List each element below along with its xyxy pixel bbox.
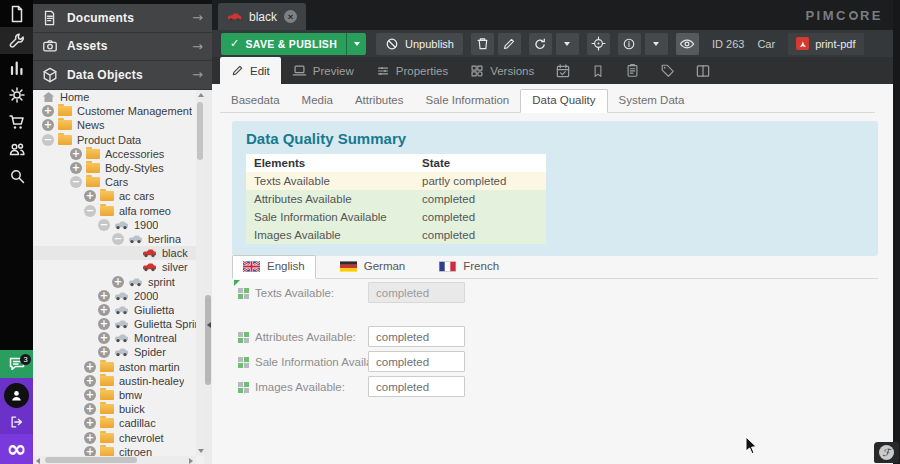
info-button[interactable] bbox=[618, 33, 641, 55]
tree-item-news[interactable]: News bbox=[33, 118, 196, 132]
documents-icon[interactable] bbox=[0, 0, 33, 27]
tab-black[interactable]: black × bbox=[218, 3, 306, 30]
minus-expander-icon[interactable] bbox=[84, 205, 96, 217]
tree-item-product-data[interactable]: Product Data bbox=[33, 133, 196, 147]
tree-item-citroen[interactable]: citroen bbox=[33, 445, 196, 456]
plus-expander-icon[interactable] bbox=[84, 389, 96, 401]
print-pdf-button[interactable]: print-pdf bbox=[788, 33, 863, 55]
open-preview-eye-button[interactable] bbox=[676, 33, 699, 55]
info-dropdown-button[interactable] bbox=[645, 33, 668, 55]
tree-vertical-scrollbar[interactable] bbox=[196, 90, 204, 456]
reload-button[interactable] bbox=[529, 33, 552, 55]
tree-item-body-styles[interactable]: Body-Styles bbox=[33, 161, 196, 175]
scroll-left-arrow-icon[interactable] bbox=[36, 458, 40, 464]
tab-properties[interactable]: Properties bbox=[365, 57, 459, 84]
minus-expander-icon[interactable] bbox=[70, 176, 82, 188]
scroll-up-arrow-icon[interactable] bbox=[198, 93, 204, 97]
expand-arrow-icon[interactable]: → bbox=[192, 67, 203, 82]
ecommerce-cart-icon[interactable] bbox=[0, 108, 33, 135]
tab-reports-clipboard-icon[interactable] bbox=[615, 57, 650, 84]
rename-button[interactable] bbox=[498, 33, 521, 55]
plus-expander-icon[interactable] bbox=[42, 105, 54, 117]
tree-item-2000[interactable]: 2000 bbox=[33, 289, 196, 303]
tree-item-berlina[interactable]: berlina bbox=[33, 232, 196, 246]
tree-item-spider[interactable]: Spider bbox=[33, 345, 196, 359]
tree-item-gulietta-sprint-speci[interactable]: Gulietta Sprint Speci bbox=[33, 317, 196, 331]
tree-item-cadillac[interactable]: cadillac bbox=[33, 416, 196, 430]
tab-preview[interactable]: Preview bbox=[281, 57, 365, 84]
scrollbar-thumb[interactable] bbox=[45, 457, 137, 463]
minus-expander-icon[interactable] bbox=[42, 134, 54, 146]
plus-expander-icon[interactable] bbox=[98, 332, 110, 344]
tree-item-chevrolet[interactable]: chevrolet bbox=[33, 431, 196, 445]
tree-item-ac-cars[interactable]: ac cars bbox=[33, 189, 196, 203]
tree-item-aston-martin[interactable]: aston martin bbox=[33, 360, 196, 374]
language-tab-german[interactable]: German bbox=[330, 256, 416, 278]
tree-item-alfa-romeo[interactable]: alfa romeo bbox=[33, 204, 196, 218]
plus-expander-icon[interactable] bbox=[42, 119, 54, 131]
notifications-chat-icon[interactable]: 3 bbox=[0, 350, 33, 378]
plus-expander-icon[interactable] bbox=[98, 290, 110, 302]
save-dropdown-button[interactable] bbox=[346, 33, 366, 55]
plus-expander-icon[interactable] bbox=[84, 417, 96, 429]
tree-item-giulietta[interactable]: Giulietta bbox=[33, 303, 196, 317]
collapse-arrow-icon[interactable] bbox=[207, 322, 211, 328]
scroll-down-arrow-icon[interactable] bbox=[198, 449, 204, 453]
accordion-documents[interactable]: Documents → bbox=[33, 4, 212, 33]
scrollbar-thumb[interactable] bbox=[197, 102, 203, 160]
search-icon[interactable] bbox=[0, 162, 33, 189]
tree-item-austin-healey[interactable]: austin-healey bbox=[33, 374, 196, 388]
plus-expander-icon[interactable] bbox=[84, 403, 96, 415]
user-avatar[interactable] bbox=[4, 383, 29, 408]
tree-item-cars[interactable]: Cars bbox=[33, 175, 196, 189]
plus-expander-icon[interactable] bbox=[70, 162, 82, 174]
minus-expander-icon[interactable] bbox=[98, 219, 110, 231]
tree-item-sprint[interactable]: sprint bbox=[33, 274, 196, 288]
minus-expander-icon[interactable] bbox=[112, 233, 124, 245]
plus-expander-icon[interactable] bbox=[84, 432, 96, 444]
tree-item-customer-management[interactable]: Customer Management bbox=[33, 104, 196, 118]
reload-dropdown-button[interactable] bbox=[556, 33, 579, 55]
reports-icon[interactable] bbox=[0, 54, 33, 81]
customers-users-icon[interactable] bbox=[0, 135, 33, 162]
tree-horizontal-scrollbar[interactable] bbox=[33, 456, 196, 464]
tree-item-1900[interactable]: 1900 bbox=[33, 218, 196, 232]
plus-expander-icon[interactable] bbox=[84, 446, 96, 456]
accordion-assets[interactable]: Assets → bbox=[33, 33, 212, 62]
tree-item-montreal[interactable]: Montreal bbox=[33, 331, 196, 345]
settings-gear-icon[interactable] bbox=[0, 81, 33, 108]
images-available-input[interactable] bbox=[368, 376, 465, 397]
tab-notes-bookmark-icon[interactable] bbox=[581, 57, 615, 84]
plus-expander-icon[interactable] bbox=[84, 361, 96, 373]
tree-item-accessories[interactable]: Accessories bbox=[33, 147, 196, 161]
plus-expander-icon[interactable] bbox=[84, 190, 96, 202]
content-tab-attributes[interactable]: Attributes bbox=[344, 90, 415, 112]
logout-icon[interactable] bbox=[0, 412, 33, 432]
tools-icon[interactable] bbox=[0, 27, 33, 54]
splitter-handle[interactable] bbox=[205, 295, 211, 385]
tab-tags-icon[interactable] bbox=[650, 57, 685, 84]
attributes-available-input[interactable] bbox=[368, 326, 465, 347]
tree-item-home[interactable]: Home bbox=[33, 90, 196, 104]
expand-arrow-icon[interactable]: → bbox=[192, 39, 203, 54]
locate-in-tree-button[interactable] bbox=[587, 33, 610, 55]
tab-edit[interactable]: Edit bbox=[220, 57, 281, 84]
plus-expander-icon[interactable] bbox=[98, 318, 110, 330]
content-tab-data-quality[interactable]: Data Quality bbox=[520, 89, 607, 113]
plus-expander-icon[interactable] bbox=[112, 276, 124, 288]
tab-scheduler-calendar-icon[interactable] bbox=[545, 57, 581, 84]
language-tab-english[interactable]: English bbox=[232, 255, 316, 279]
tree-item-black[interactable]: black bbox=[33, 246, 196, 260]
save-publish-button[interactable]: ✓SAVE & PUBLISH bbox=[221, 33, 366, 55]
language-tab-french[interactable]: French bbox=[429, 256, 509, 278]
content-tab-media[interactable]: Media bbox=[291, 90, 344, 112]
content-tab-basedata[interactable]: Basedata bbox=[220, 90, 291, 112]
texts-available-input[interactable] bbox=[368, 282, 465, 303]
tab-workflow-columns-icon[interactable] bbox=[685, 57, 721, 84]
plus-expander-icon[interactable] bbox=[84, 375, 96, 387]
expand-arrow-icon[interactable]: → bbox=[192, 10, 203, 25]
sale-information-available-input[interactable] bbox=[368, 351, 465, 372]
close-icon[interactable]: × bbox=[284, 10, 297, 23]
plus-expander-icon[interactable] bbox=[98, 346, 110, 358]
script-badge[interactable]: ℱ bbox=[874, 442, 899, 463]
